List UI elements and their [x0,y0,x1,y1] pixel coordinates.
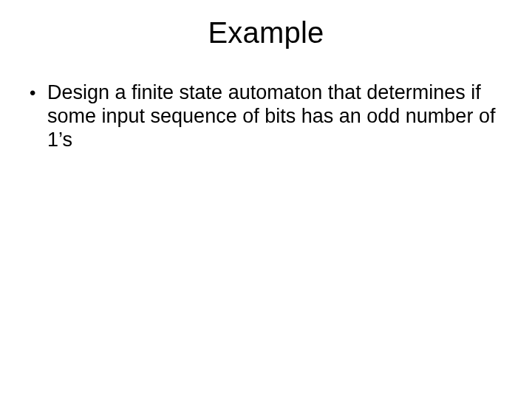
bullet-list: Design a finite state automaton that det… [25,81,507,152]
slide-body: Design a finite state automaton that det… [25,81,507,152]
slide: Example Design a finite state automaton … [0,0,532,399]
list-item: Design a finite state automaton that det… [25,81,507,152]
bullet-text: Design a finite state automaton that det… [47,81,495,151]
slide-title: Example [0,16,532,50]
